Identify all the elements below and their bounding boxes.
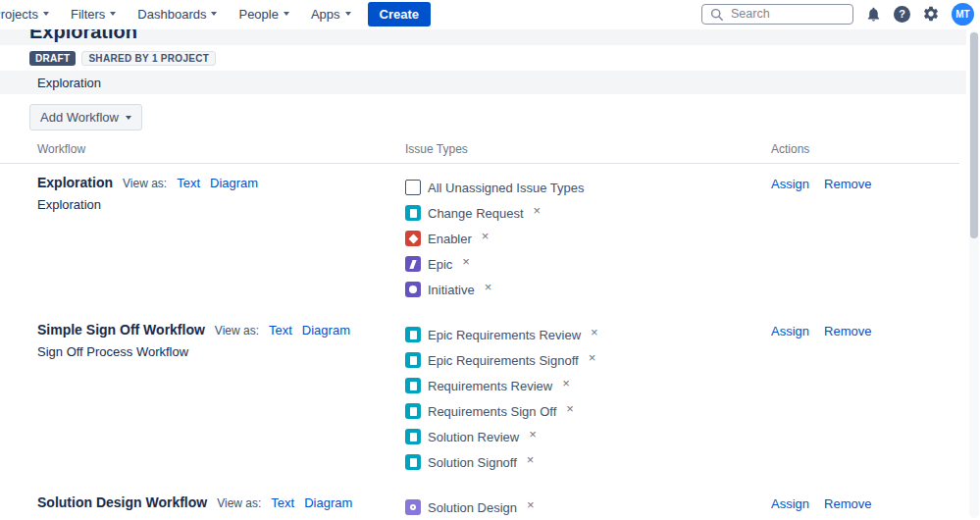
scrollbar-thumb[interactable]	[970, 32, 978, 238]
workflow-name: Solution Design Workflow	[37, 494, 207, 510]
unassigned-issue-types-icon	[405, 180, 421, 195]
issue-type-item: Requirements Review×	[405, 373, 771, 398]
remove-issue-type-icon[interactable]: ×	[482, 229, 490, 243]
nav-people-label: People	[238, 7, 278, 22]
remove-link[interactable]: Remove	[824, 177, 871, 191]
topbar-right-group: ? MT	[701, 0, 974, 27]
workflow-row: Exploration View as: Text Diagram Explor…	[0, 164, 959, 311]
nav-projects[interactable]: Projects	[0, 7, 60, 22]
add-workflow-label: Add Workflow	[40, 110, 119, 125]
remove-issue-type-icon[interactable]: ×	[485, 280, 492, 294]
requirements-sign-off-icon	[405, 403, 421, 419]
nav-dashboards[interactable]: Dashboards	[127, 7, 228, 22]
issue-type-label: Enabler	[428, 232, 472, 246]
issue-type-label: Requirements Review	[428, 379, 552, 393]
scheme-description-text: Exploration	[37, 76, 101, 90]
issue-type-label: Solution Signoff	[428, 455, 517, 470]
table-header: Workflow Issue Types Actions	[0, 142, 959, 164]
issue-type-label: Solution Design	[428, 500, 517, 515]
column-header-actions: Actions	[771, 142, 959, 156]
badge-row: DRAFT SHARED BY 1 PROJECT	[29, 51, 980, 66]
scrollbar[interactable]	[969, 30, 979, 518]
issue-type-label: Initiative	[428, 283, 475, 297]
issue-type-item: Epic Requirements Review×	[405, 322, 771, 347]
workflow-cell: Simple Sign Off Workflow View as: Text D…	[37, 322, 405, 475]
add-workflow-button[interactable]: Add Workflow	[29, 104, 142, 130]
settings-gear-icon[interactable]	[922, 5, 940, 23]
remove-issue-type-icon[interactable]: ×	[591, 325, 598, 339]
view-as-label: View as:	[215, 324, 259, 338]
nav-filters[interactable]: Filters	[60, 7, 127, 22]
actions-cell: Assign Remove	[771, 322, 959, 475]
issue-type-item: All Unassigned Issue Types	[405, 175, 771, 200]
remove-issue-type-icon[interactable]: ×	[589, 350, 596, 365]
issue-type-label: Requirements Sign Off	[428, 404, 556, 419]
change-request-icon	[405, 205, 421, 221]
nav-people[interactable]: People	[228, 7, 299, 22]
remove-issue-type-icon[interactable]: ×	[534, 203, 542, 218]
issue-type-item: Change Request×	[405, 200, 771, 226]
chevron-down-icon	[345, 12, 351, 16]
create-button[interactable]: Create	[368, 2, 431, 26]
remove-issue-type-icon[interactable]: ×	[562, 376, 570, 390]
draft-badge: DRAFT	[29, 51, 76, 66]
issue-type-label: Epic Requirements Review	[428, 328, 581, 342]
workflow-row: Solution Design Workflow View as: Text D…	[0, 484, 959, 520]
help-icon[interactable]: ?	[894, 6, 910, 23]
view-diagram-link[interactable]: Diagram	[302, 323, 350, 338]
issue-type-list: Epic Requirements Review×Epic Requiremen…	[405, 322, 771, 475]
epic-requirements-signoff-icon	[405, 352, 421, 368]
initiative-icon	[405, 282, 421, 297]
chevron-down-icon	[43, 12, 49, 16]
view-diagram-link[interactable]: Diagram	[304, 495, 352, 510]
workflow-name: Exploration	[37, 175, 113, 190]
epic-requirements-review-icon	[405, 327, 421, 342]
issue-type-item: Requirements Sign Off×	[405, 398, 771, 424]
issue-type-item: Solution Review×	[405, 424, 771, 449]
nav-filters-label: Filters	[71, 7, 105, 22]
search-input[interactable]	[729, 6, 839, 22]
issue-type-label: Change Request	[428, 206, 524, 221]
nav-dashboards-label: Dashboards	[137, 7, 206, 22]
view-as-label: View as:	[123, 177, 167, 190]
remove-issue-type-icon[interactable]: ×	[462, 254, 470, 269]
nav-projects-label: Projects	[0, 7, 38, 22]
search-box[interactable]	[701, 4, 853, 25]
view-text-link[interactable]: Text	[177, 176, 200, 190]
remove-link[interactable]: Remove	[824, 324, 871, 338]
solution-signoff-icon	[405, 454, 421, 470]
issue-type-list: All Unassigned Issue TypesChange Request…	[405, 175, 771, 302]
workflow-row: Simple Sign Off Workflow View as: Text D…	[0, 311, 959, 484]
chevron-down-icon	[110, 12, 116, 16]
page-header-strip: Exploration	[0, 29, 966, 45]
remove-issue-type-icon[interactable]: ×	[529, 427, 537, 442]
avatar[interactable]: MT	[952, 3, 974, 26]
workflow-cell: Exploration View as: Text Diagram Explor…	[37, 175, 405, 302]
nav-apps-label: Apps	[311, 7, 340, 22]
page-title: Exploration	[29, 29, 966, 43]
remove-issue-type-icon[interactable]: ×	[527, 497, 535, 512]
issue-type-label: Epic Requirements Signoff	[428, 353, 579, 368]
requirements-review-icon	[405, 378, 421, 393]
view-diagram-link[interactable]: Diagram	[210, 176, 258, 190]
chevron-down-icon	[284, 12, 289, 16]
remove-issue-type-icon[interactable]: ×	[527, 452, 535, 467]
assign-link[interactable]: Assign	[771, 324, 809, 338]
remove-link[interactable]: Remove	[824, 496, 871, 511]
assign-link[interactable]: Assign	[771, 496, 809, 511]
workflow-rows: Exploration View as: Text Diagram Explor…	[0, 164, 980, 520]
solution-design-icon	[405, 499, 421, 515]
nav-apps[interactable]: Apps	[300, 7, 362, 22]
remove-issue-type-icon[interactable]: ×	[566, 401, 574, 416]
issue-type-item: Epic×	[405, 251, 771, 277]
view-text-link[interactable]: Text	[271, 495, 294, 510]
column-header-workflow: Workflow	[37, 142, 405, 156]
view-text-link[interactable]: Text	[269, 323, 292, 338]
issue-type-item: Solution Signoff×	[405, 449, 771, 475]
workflow-name: Simple Sign Off Workflow	[37, 322, 205, 338]
notifications-icon[interactable]	[865, 6, 882, 23]
assign-link[interactable]: Assign	[771, 177, 809, 191]
solution-review-icon	[405, 429, 421, 444]
workflow-description: Sign Off Process Workflow	[37, 344, 405, 359]
column-header-issue-types: Issue Types	[405, 142, 771, 156]
